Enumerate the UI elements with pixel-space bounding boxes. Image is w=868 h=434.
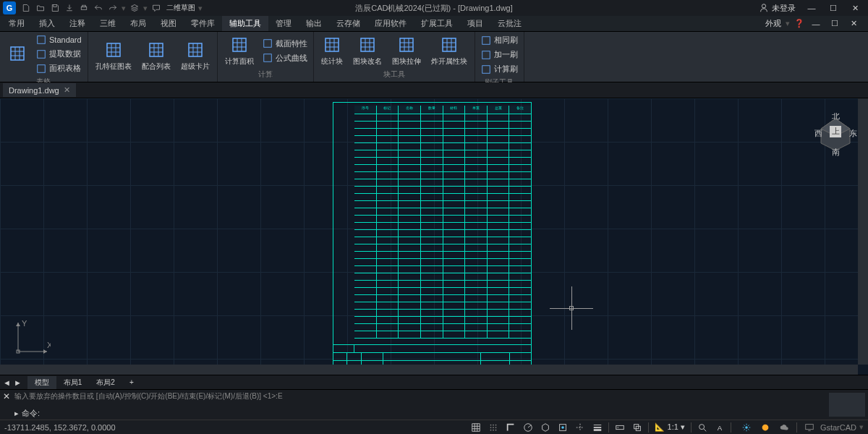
doc-minimize-button[interactable]: —	[809, 17, 823, 31]
model-tab[interactable]: 布局1	[56, 376, 90, 389]
open-icon[interactable]	[35, 2, 46, 14]
export-icon[interactable]	[64, 2, 75, 14]
ribbon-button[interactable]: 统计块	[317, 33, 347, 68]
ribbon-tab[interactable]: 注释	[62, 16, 93, 31]
settings-icon[interactable]	[739, 422, 754, 433]
ribbon-button[interactable]	[3, 42, 32, 67]
doc-close-button[interactable]: ✕	[846, 17, 861, 31]
vertical-scrollbar[interactable]	[858, 98, 868, 365]
statusbar: -13711.2485, 152.3672, 0.0000 📐 1:1 ▾ A …	[0, 420, 868, 434]
save-icon[interactable]	[49, 2, 61, 14]
user-button[interactable]: 未登录	[759, 3, 796, 14]
snap-toggle[interactable]	[485, 422, 501, 433]
ribbon-tab[interactable]: 扩展工具	[414, 16, 460, 31]
file-tab[interactable]: Drawing1.dwg ✕	[3, 83, 76, 97]
stretch-icon	[396, 35, 417, 55]
file-tabs: Drawing1.dwg ✕	[0, 82, 868, 98]
scale-display[interactable]: 📐 1:1 ▾	[652, 422, 687, 432]
ribbon-button-small[interactable]: Standard	[33, 33, 85, 46]
command-input[interactable]: ▸命令:	[0, 407, 868, 420]
doc-maximize-button[interactable]: ☐	[827, 17, 842, 31]
print-icon[interactable]	[78, 2, 90, 14]
ribbon-button[interactable]: 图块改名	[349, 33, 386, 68]
selection-cycle-toggle[interactable]	[629, 422, 645, 433]
osnap-toggle[interactable]	[555, 422, 571, 433]
monitor-icon[interactable]	[801, 422, 817, 433]
drawing-canvas[interactable]: 序号标记名称数量材料单重总重备注 XX电工电压器装研技术中心 XY 北 西 上 …	[0, 98, 868, 375]
ribbon-tab[interactable]: 输出	[299, 16, 329, 31]
ribbon-button-small[interactable]: 截面特性	[260, 37, 310, 51]
maximize-button[interactable]: ☐	[823, 1, 843, 15]
svg-point-83	[562, 426, 565, 429]
ribbon-button[interactable]: 孔特征图表	[91, 38, 136, 73]
ribbon-button-small[interactable]: 公式曲线	[260, 51, 310, 65]
ortho-toggle[interactable]	[503, 422, 519, 433]
ribbon-button-small[interactable]: 提取数据	[33, 47, 85, 61]
svg-rect-55	[482, 65, 490, 73]
model-tab[interactable]: 布局2	[89, 376, 122, 389]
svg-rect-32	[263, 54, 271, 62]
notification-icon[interactable]	[757, 422, 773, 433]
minimize-button[interactable]: —	[801, 1, 822, 15]
ribbon-button[interactable]: 配合列表	[137, 38, 175, 73]
annotation-toggle[interactable]: A	[712, 422, 728, 433]
ribbon-tab[interactable]: 云存储	[329, 16, 367, 31]
viewcube[interactable]: 北 西 上 东 南	[814, 113, 857, 156]
ribbon-tab[interactable]: 零件库	[184, 16, 222, 31]
add-layout-button[interactable]: +	[122, 377, 141, 388]
coordinates: -13711.2485, 152.3672, 0.0000	[4, 423, 116, 432]
chat-icon[interactable]	[150, 2, 162, 14]
svg-text:Y: Y	[22, 319, 27, 328]
tab-nav-right-icon[interactable]: ►	[14, 378, 22, 387]
ribbon-button-small[interactable]: 面积表格	[33, 61, 85, 75]
close-button[interactable]: ✕	[845, 1, 865, 15]
model-tab[interactable]: 模型	[27, 376, 56, 389]
svg-text:南: 南	[832, 148, 840, 156]
svg-rect-0	[81, 7, 87, 10]
ribbon-button-small[interactable]: 加一刷	[478, 48, 521, 61]
undo-icon[interactable]	[93, 2, 104, 14]
ribbon-tab[interactable]: 辅助工具	[222, 16, 268, 31]
app-icon[interactable]: G	[3, 1, 16, 14]
dyninput-toggle[interactable]	[612, 422, 628, 433]
layers-icon[interactable]	[129, 2, 140, 14]
new-icon[interactable]	[20, 2, 32, 14]
help-icon[interactable]: ❓	[794, 19, 804, 28]
tab-nav-left-icon[interactable]: ◄	[3, 378, 11, 387]
svg-text:上: 上	[832, 127, 840, 135]
ribbon-tab[interactable]: 三维	[93, 16, 123, 31]
appearance-menu[interactable]: 外观	[765, 18, 781, 29]
close-icon[interactable]: ✕	[3, 391, 10, 401]
lineweight-toggle[interactable]	[590, 422, 605, 433]
horizontal-scrollbar[interactable]	[0, 365, 858, 375]
svg-text:X: X	[47, 341, 51, 349]
redo-icon[interactable]	[107, 2, 119, 14]
ribbon-tab[interactable]: 插入	[32, 16, 62, 31]
svg-rect-16	[150, 43, 163, 56]
otrack-toggle[interactable]	[572, 422, 588, 433]
isodraft-toggle[interactable]	[537, 422, 553, 433]
svg-marker-58	[43, 349, 47, 354]
svg-rect-21	[189, 43, 202, 56]
command-scrollbar[interactable]	[829, 393, 865, 417]
ribbon-button[interactable]: 超级卡片	[176, 38, 214, 73]
polar-toggle[interactable]	[520, 422, 536, 433]
ribbon-tab[interactable]: 视图	[153, 16, 184, 31]
close-icon[interactable]: ✕	[64, 85, 70, 95]
ribbon-tab[interactable]: 云批注	[490, 16, 529, 31]
svg-rect-43	[400, 38, 413, 51]
ribbon-button-small[interactable]: 相同刷	[478, 33, 521, 47]
ribbon-button-small[interactable]: 计算刷	[478, 62, 521, 76]
magnifier-toggle[interactable]	[694, 422, 710, 433]
grid-toggle[interactable]	[468, 422, 484, 433]
ribbon-button[interactable]: 炸开属性块	[427, 33, 472, 68]
ribbon-tab[interactable]: 应用软件	[367, 16, 414, 31]
cloud-icon[interactable]	[776, 422, 792, 433]
ribbon-tab[interactable]: 管理	[268, 16, 299, 31]
ribbon-tab[interactable]: 布局	[123, 16, 153, 31]
ribbon-button[interactable]: 计算面积	[221, 33, 258, 68]
ribbon-tab[interactable]: 项目	[460, 16, 490, 31]
explode-icon	[439, 35, 459, 55]
ribbon-button[interactable]: 图块拉伸	[388, 33, 425, 68]
ribbon-tab[interactable]: 常用	[1, 16, 32, 31]
